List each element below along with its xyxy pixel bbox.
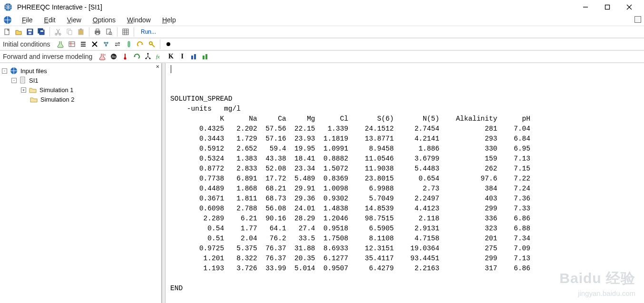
svg-point-46 [166,42,170,46]
svg-rect-9 [29,32,31,34]
svg-line-45 [152,44,155,47]
globe-icon [10,67,18,75]
minimize-button[interactable] [575,0,596,14]
bars-icon[interactable] [78,39,88,49]
menu-help[interactable]: Help [156,15,182,25]
menu-file[interactable]: File [16,15,39,25]
print-icon[interactable] [92,27,103,37]
redo-icon[interactable] [135,39,146,49]
svg-text:fx: fx [156,54,160,59]
svg-rect-8 [28,29,32,31]
close-button[interactable] [618,0,640,14]
save-icon[interactable] [25,27,35,37]
tree-sim2[interactable]: Simulation 2 [2,95,159,104]
i-letter-icon[interactable]: I [177,51,187,62]
tree-content: - Input files - SI1 + Simulation 1 Simul… [0,63,161,107]
editor-line: -units mg/l [170,104,639,114]
editor-line: 2.289 6.21 90.16 28.29 1.2046 98.7515 2.… [170,214,639,224]
workspace: × - Input files - SI1 + Simulation 1 Sim… [0,63,644,303]
svg-text:+: + [104,53,106,57]
tree-branch-icon[interactable] [143,51,153,62]
paste-icon[interactable] [76,27,86,37]
window-title: PHREEQC Interactive - [SI1] [17,3,102,11]
editor-line: 0.3443 1.729 57.16 23.93 1.1819 13.8771 … [170,134,639,144]
initial-conditions-toolbar: Initial conditions [0,38,644,50]
equilibrium-icon[interactable] [112,39,123,49]
expand-icon[interactable]: + [21,87,26,93]
tree-close-icon[interactable]: × [156,64,159,69]
x-icon[interactable] [89,39,100,49]
spread-icon[interactable] [67,39,77,49]
title-bar: PHREEQC Interactive - [SI1] [0,0,644,14]
menu-view[interactable]: View [61,15,87,25]
tree-sim1[interactable]: + Simulation 1 [2,85,159,95]
open-file-icon[interactable] [13,27,24,37]
beaker-icon[interactable] [55,39,66,49]
save-all-icon[interactable] [36,27,47,37]
editor-line: END [170,284,639,294]
svg-rect-18 [80,28,82,30]
menu-window[interactable]: Window [121,15,156,25]
svg-rect-62 [205,54,207,59]
grid-icon[interactable] [120,27,131,37]
collapse-icon[interactable]: - [2,68,7,74]
menu-bar: FileEditViewOptionsWindowHelp [0,14,644,26]
svg-rect-61 [203,56,205,59]
folder-icon [30,96,38,103]
green-bars-icon[interactable] [200,51,210,62]
init-label: Initial conditions [2,40,54,48]
blue-bars-icon[interactable] [188,51,199,62]
maximize-button[interactable] [596,0,618,14]
tree-sim-label: Simulation 1 [39,86,74,94]
svg-rect-21 [96,33,99,35]
editor-line: 0.8772 2.833 52.08 23.34 1.5072 11.9038 … [170,164,639,174]
record-icon[interactable] [163,39,174,49]
editor-line: 0.7738 6.891 17.72 5.489 0.8369 23.8015 … [170,174,639,184]
menu-options[interactable]: Options [87,15,121,25]
editor-line: 0.6098 2.788 56.08 24.01 1.4838 14.8539 … [170,204,639,214]
editor-line: 0.4489 1.868 68.21 29.91 1.0098 6.9988 2… [170,184,639,194]
tree-root-label: Input files [20,67,47,75]
collapse-icon[interactable]: - [11,78,17,83]
key-icon[interactable] [146,39,157,49]
thermometer-icon[interactable] [120,51,130,62]
editor-line: 0.5912 2.652 59.4 19.95 1.0991 8.9458 1.… [170,144,639,154]
k-letter-icon[interactable]: K [166,51,176,62]
menu-edit[interactable]: Edit [39,15,61,25]
copy-icon[interactable] [64,27,75,37]
print-preview-icon[interactable] [104,27,114,37]
tree-file-label: SI1 [29,77,39,84]
vertical-splitter[interactable] [162,63,166,303]
tree-pane: × - Input files - SI1 + Simulation 1 Sim… [0,63,162,303]
svg-line-24 [111,34,112,35]
fx-icon[interactable]: fx [154,51,165,62]
file-icon [20,76,26,84]
new-file-icon[interactable] [2,27,12,37]
svg-rect-22 [107,29,110,34]
tree-root[interactable]: - Input files [2,66,159,76]
beaker-plus-icon[interactable]: + [97,51,107,62]
editor-line: 0.9725 5.375 76.37 31.88 8.6933 12.3151 … [170,244,639,254]
standard-toolbar: Run... [0,26,644,38]
run-button[interactable]: Run... [137,28,160,35]
folder-icon [29,86,37,93]
text-caret [171,65,171,73]
svg-rect-17 [78,29,83,35]
svg-rect-30 [69,42,75,47]
editor-line: 0.5324 1.383 43.38 18.41 0.8882 11.0546 … [170,154,639,164]
svg-rect-12 [40,30,43,32]
editor-line: 0.51 2.04 76.2 33.5 1.7508 8.1108 4.7158… [170,234,639,244]
restore-button[interactable] [634,16,641,23]
tree-file[interactable]: - SI1 [2,76,159,85]
undo-icon[interactable] [131,51,142,62]
tube-icon[interactable] [124,39,134,49]
svg-rect-20 [96,29,99,31]
cut-icon[interactable] [53,27,63,37]
svg-rect-16 [68,30,72,35]
doc-icon [3,16,12,24]
svg-rect-25 [123,29,128,35]
molecule-icon[interactable] [101,39,111,49]
reaction-circle-icon[interactable]: Rx [108,51,119,62]
editor-pane[interactable]: SOLUTION_SPREAD -units mg/l K Na Ca Mg C… [166,63,644,303]
modeling-toolbar: Forward and inverse modeling + Rx fx K I [0,50,644,63]
